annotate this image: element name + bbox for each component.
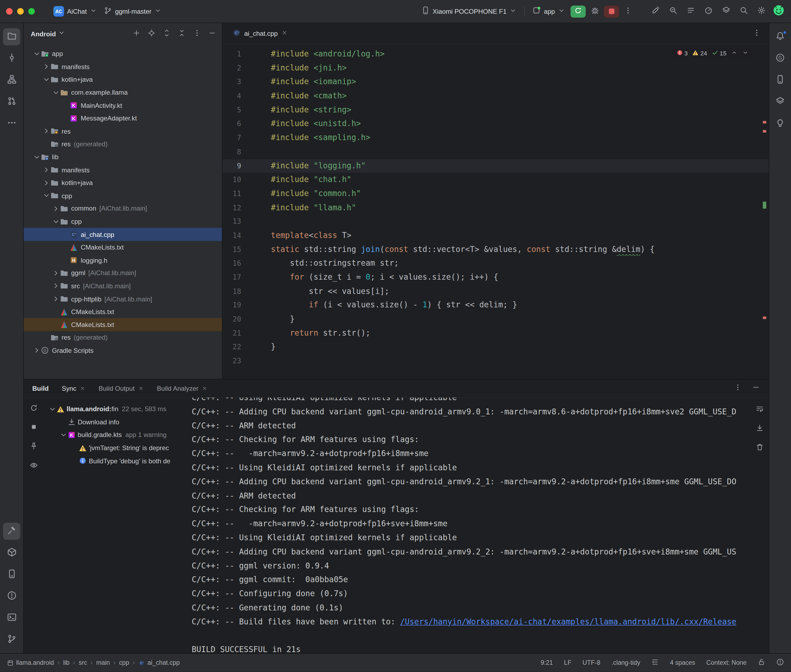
tree-chevron-icon[interactable]: [42, 127, 51, 135]
resync-button[interactable]: [27, 402, 41, 416]
tree-chevron-icon[interactable]: [59, 431, 67, 439]
readonly-toggle[interactable]: [757, 659, 765, 668]
project-toolwindow-button[interactable]: [3, 28, 20, 45]
code-line[interactable]: 19 if (i < values.size() - 1) { str << d…: [223, 299, 769, 312]
code-line[interactable]: 4#include <cmath>: [223, 89, 769, 103]
project-tree-row[interactable]: KMainActivity.kt: [24, 99, 222, 112]
code-line[interactable]: 10#include "chat.h": [223, 173, 769, 187]
collapse-all-button[interactable]: [175, 28, 188, 40]
inspections-widget[interactable]: 3 24 15: [673, 48, 752, 58]
project-tree-row[interactable]: ggml[AiChat.lib.main]: [24, 267, 222, 280]
pull-requests-toolwindow-button[interactable]: [3, 93, 20, 110]
device-manager-toolwindow-button[interactable]: [772, 72, 789, 89]
stop-app-button[interactable]: [604, 5, 619, 18]
project-tree-row[interactable]: CMakeLists.txt: [24, 241, 222, 254]
expand-all-button[interactable]: [160, 28, 173, 40]
editor-options-button[interactable]: [749, 26, 764, 40]
close-tab-button[interactable]: [138, 386, 144, 391]
code-line[interactable]: 5#include <string>: [223, 103, 769, 117]
code-line[interactable]: 15static std::string join(const std::vec…: [223, 243, 769, 257]
status-indicator[interactable]: [777, 659, 784, 668]
project-selector[interactable]: AC AiChat: [50, 4, 100, 19]
soft-wrap-button[interactable]: [753, 403, 767, 417]
ai-assistant-button[interactable]: [648, 4, 663, 18]
breadcrumb-item[interactable]: Cai_chat.cpp: [138, 659, 180, 666]
tree-chevron-icon[interactable]: [48, 405, 56, 413]
code-editor[interactable]: 1#include <android/log.h>2#include <jni.…: [223, 44, 769, 379]
app-insights-toolwindow-button[interactable]: [772, 115, 789, 132]
project-tree-row[interactable]: res(generated): [24, 138, 222, 150]
code-line[interactable]: 6#include <unistd.h>: [223, 117, 769, 131]
previous-issue-button[interactable]: [731, 50, 738, 58]
analyzer-config[interactable]: .clang-tidy: [611, 659, 640, 666]
line-separator[interactable]: LF: [564, 659, 571, 666]
build-tree-row[interactable]: Download info: [44, 416, 192, 429]
close-window-button[interactable]: [6, 8, 12, 14]
error-stripe-mark[interactable]: [763, 317, 766, 319]
tree-chevron-icon[interactable]: [32, 50, 41, 58]
commit-toolwindow-button[interactable]: [3, 50, 20, 67]
hide-panel-button[interactable]: [206, 28, 218, 40]
more-toolwindows-button[interactable]: [3, 115, 20, 132]
project-tree-row[interactable]: app: [24, 47, 222, 60]
branch-selector[interactable]: ggml-master: [100, 4, 165, 18]
search-everywhere-button[interactable]: [666, 4, 680, 18]
device-mirroring-button[interactable]: [719, 4, 733, 18]
code-line[interactable]: 13: [223, 215, 769, 229]
problems-toolwindow-button[interactable]: [3, 588, 20, 605]
pin-button[interactable]: [27, 440, 41, 454]
build-options-button[interactable]: [730, 381, 744, 395]
context-widget[interactable]: Context: None: [706, 659, 747, 666]
close-tab-button[interactable]: [281, 30, 287, 37]
code-line[interactable]: 20 }: [223, 312, 769, 326]
gradle-toolwindow-button[interactable]: G: [772, 50, 789, 67]
file-encoding[interactable]: UTF-8: [582, 659, 600, 666]
settings-button[interactable]: [754, 4, 768, 18]
rerun-app-button[interactable]: [571, 5, 586, 18]
project-tree-row[interactable]: cpp-httplib[AiChat.lib.main]: [24, 293, 222, 306]
project-tree-row[interactable]: cpp: [24, 215, 222, 228]
tree-chevron-icon[interactable]: [51, 269, 60, 277]
terminal-toolwindow-button[interactable]: [3, 610, 20, 627]
breadcrumb-item[interactable]: src: [79, 659, 87, 666]
project-tree-row[interactable]: CMakeLists.txt: [24, 318, 222, 331]
code-line[interactable]: 7#include <sampling.h>: [223, 131, 769, 145]
breadcrumb-item[interactable]: cpp: [119, 659, 129, 666]
run-configuration-selector[interactable]: app: [529, 4, 569, 19]
code-line[interactable]: 18 str << values[i];: [223, 285, 769, 299]
code-line[interactable]: 21 return str.str();: [223, 326, 769, 341]
project-tree-row[interactable]: KMessageAdapter.kt: [24, 112, 222, 125]
dependencies-toolwindow-button[interactable]: [3, 544, 20, 562]
code-style-widget[interactable]: [651, 659, 659, 668]
project-tree-row[interactable]: CMakeLists.txt: [24, 306, 222, 318]
project-tree-row[interactable]: res(generated): [24, 331, 222, 344]
filter-messages-button[interactable]: [27, 459, 41, 473]
chevron-down-icon[interactable]: [58, 29, 65, 38]
project-tree-row[interactable]: src[AiChat.lib.main]: [24, 280, 222, 293]
more-run-actions-button[interactable]: [621, 4, 635, 18]
build-panel-title[interactable]: Build: [32, 384, 49, 392]
editor-tab[interactable]: C ai_chat.cpp: [226, 23, 294, 44]
running-devices-toolwindow-button[interactable]: [772, 93, 789, 110]
debug-button[interactable]: [588, 4, 602, 18]
notifications-button[interactable]: [772, 28, 789, 45]
project-tree-row[interactable]: Cai_chat.cpp: [24, 228, 222, 241]
todo-list-button[interactable]: [684, 4, 698, 18]
project-tree-row[interactable]: kotlin+java: [24, 73, 222, 86]
tree-chevron-icon[interactable]: [42, 62, 51, 71]
project-tree-row[interactable]: com.example.llama: [24, 86, 222, 99]
tree-chevron-icon[interactable]: [42, 179, 51, 187]
close-tab-button[interactable]: [80, 386, 86, 391]
build-console[interactable]: C/C++: -- Using KleidiAI optimized kerne…: [192, 398, 751, 653]
tree-chevron-icon[interactable]: [51, 205, 60, 213]
build-tab-sync[interactable]: Sync: [62, 379, 86, 397]
build-tab-build-analyzer[interactable]: Build Analyzer: [157, 379, 207, 397]
close-tab-button[interactable]: [202, 386, 207, 391]
project-tree-row[interactable]: manifests: [24, 163, 222, 176]
tree-chevron-icon[interactable]: [42, 192, 51, 200]
profiler-button[interactable]: [701, 4, 715, 18]
code-line[interactable]: 17 for (size_t i = 0; i < values.size();…: [223, 271, 769, 285]
project-view-mode[interactable]: Android: [30, 30, 56, 38]
error-stripe-mark[interactable]: [763, 130, 766, 133]
breadcrumb-item[interactable]: main: [96, 659, 110, 666]
